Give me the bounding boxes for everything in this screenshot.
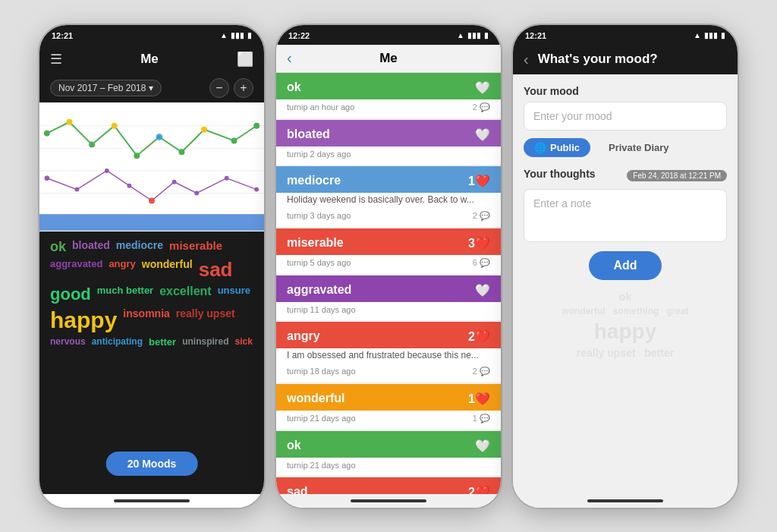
moods-count-btn[interactable]: 20 Moods [106, 452, 198, 476]
phone3-header: ‹ What's your mood? [513, 45, 738, 74]
heart-icon[interactable]: 3❤️ [468, 236, 490, 250]
svg-point-12 [179, 149, 185, 155]
word-bloated[interactable]: bloated [72, 239, 110, 255]
note-input[interactable]: Enter a note [524, 189, 727, 242]
mood-label: aggravated [287, 283, 351, 297]
phone1-time: 12:21 [52, 31, 73, 40]
mood-item-ok1-meta: turnip an hour ago 2 💬 [276, 99, 501, 118]
word-angry[interactable]: angry [109, 258, 135, 282]
share-icon[interactable]: ⬜ [237, 51, 253, 68]
mood-item-angry-header[interactable]: angry 2❤️ [276, 322, 501, 348]
mood-item-ok2-header[interactable]: ok 🤍 [276, 431, 501, 458]
word-better[interactable]: better [149, 336, 176, 348]
word-anticipating[interactable]: anticipating [92, 336, 143, 348]
word-insomnia[interactable]: insomnia [123, 307, 169, 333]
heart-icon[interactable]: 🤍 [475, 80, 490, 95]
word-nervous[interactable]: nervous [50, 336, 86, 348]
heart-icon[interactable]: 1❤️ [468, 392, 490, 406]
svg-point-11 [157, 134, 162, 139]
mood-item-miserable-header[interactable]: miserable 3❤️ [276, 228, 501, 255]
mood-input[interactable]: Enter your mood [524, 102, 727, 131]
mood-item-mediocre-meta: turnip 3 days ago 2 💬 [276, 208, 501, 227]
phone2-status-icons: ▲ ▮▮▮ ▮ [457, 31, 489, 39]
mood-item-aggravated: aggravated 🤍 turnip 11 days ago [276, 275, 501, 320]
word-good[interactable]: good [50, 285, 91, 304]
heart-icon[interactable]: 🤍 [475, 439, 490, 453]
date-range-pill[interactable]: Nov 2017 – Feb 2018 ▾ [50, 80, 162, 96]
signal-icon: ▮▮▮ [704, 31, 718, 39]
word-mediocre[interactable]: mediocre [116, 239, 163, 255]
word-uninspired[interactable]: uninspired [182, 336, 228, 348]
zoom-out-btn[interactable]: − [209, 78, 229, 98]
battery-icon: ▮ [484, 31, 489, 39]
blurred-extra: really upset better [524, 347, 727, 359]
heart-icon[interactable]: 2❤️ [468, 485, 490, 494]
privacy-row: 🌐 Public Private Diary [524, 138, 727, 157]
mood-item-bloated: bloated 🤍 turnip 2 days ago [276, 120, 501, 165]
word-really-upset[interactable]: really upset [176, 307, 235, 333]
add-btn[interactable]: Add [589, 251, 661, 280]
word-much-better[interactable]: much better [97, 285, 153, 304]
comment-count: 2 💬 [473, 102, 490, 112]
svg-point-22 [150, 199, 153, 202]
mood-item-bloated-meta: turnip 2 days ago [276, 146, 501, 165]
public-btn[interactable]: 🌐 Public [524, 138, 590, 157]
svg-point-14 [231, 137, 238, 143]
word-unsure[interactable]: unsure [218, 285, 250, 304]
mood-item-ok2-meta: turnip 21 days ago [276, 458, 501, 476]
mood-item-sad-header[interactable]: sad 2❤️ [276, 477, 501, 494]
mood-item-bloated-header[interactable]: bloated 🤍 [276, 120, 501, 146]
phone2-back-btn[interactable]: ‹ [287, 49, 292, 67]
word-cloud: ok bloated mediocre miserable aggravated… [39, 231, 264, 494]
mood-meta-text: turnip 11 days ago [287, 305, 356, 314]
blurred-words-area: ok wonderful something great happy reall… [524, 291, 727, 359]
private-btn-label: Private Diary [609, 142, 669, 153]
zoom-in-btn[interactable]: + [234, 78, 253, 98]
your-thoughts-label: Your thoughts [524, 168, 596, 180]
heart-icon[interactable]: 2❤️ [468, 329, 490, 344]
phone2-home-indicator [276, 494, 501, 508]
word-happy[interactable]: happy [50, 307, 117, 333]
phone2-header: ‹ Me [276, 45, 501, 73]
svg-point-25 [225, 175, 229, 180]
svg-point-6 [67, 118, 73, 124]
mood-meta-text: turnip 3 days ago [287, 211, 351, 221]
mood-label: bloated [287, 127, 330, 141]
word-wonderful[interactable]: wonderful [142, 258, 193, 282]
mood-item-ok1: ok 🤍 turnip an hour ago 2 💬 [276, 73, 501, 118]
mood-item-wonderful-header[interactable]: wonderful 1❤️ [276, 384, 501, 411]
date-range-text: Nov 2017 – Feb 2018 [58, 83, 146, 93]
public-btn-label: Public [550, 142, 580, 153]
word-sick[interactable]: sick [235, 336, 253, 348]
mood-item-wonderful: wonderful 1❤️ turnip 21 days ago 1 💬 [276, 384, 501, 430]
battery-icon: ▮ [721, 31, 725, 39]
menu-icon[interactable]: ☰ [50, 51, 62, 68]
comment-count: 6 💬 [473, 258, 490, 268]
heart-icon[interactable]: 1❤️ [468, 174, 490, 188]
word-miserable[interactable]: miserable [169, 239, 222, 255]
wifi-icon: ▲ [457, 31, 464, 39]
private-btn[interactable]: Private Diary [598, 138, 680, 157]
word-excellent[interactable]: excellent [159, 285, 211, 304]
mood-item-wonderful-meta: turnip 21 days ago 1 💬 [276, 411, 501, 430]
svg-text:Feb: Feb [215, 218, 231, 228]
phone1-home-indicator [39, 494, 264, 508]
home-bar [351, 499, 426, 502]
mood-item-ok2: ok 🤍 turnip 21 days ago [276, 431, 501, 476]
mood-item-aggravated-header[interactable]: aggravated 🤍 [276, 275, 501, 302]
word-sad[interactable]: sad [199, 258, 233, 282]
mood-item-mediocre-header[interactable]: mediocre 1❤️ [276, 166, 501, 193]
phone1-status-bar: 12:21 ▲ ▮▮▮ ▮ [39, 25, 264, 45]
blurred-happy: happy [524, 320, 727, 344]
svg-point-9 [134, 153, 140, 159]
mood-meta-text: turnip 2 days ago [287, 150, 351, 159]
phone3-back-btn[interactable]: ‹ [524, 51, 529, 68]
heart-icon[interactable]: 🤍 [475, 283, 490, 297]
globe-icon: 🌐 [534, 142, 546, 153]
word-aggravated[interactable]: aggravated [50, 258, 102, 282]
mood-meta-text: turnip 18 days ago [287, 367, 356, 376]
blurred-ok: ok [524, 291, 727, 303]
heart-icon[interactable]: 🤍 [475, 127, 490, 142]
word-ok[interactable]: ok [50, 239, 66, 255]
mood-item-ok1-header[interactable]: ok 🤍 [276, 73, 501, 99]
